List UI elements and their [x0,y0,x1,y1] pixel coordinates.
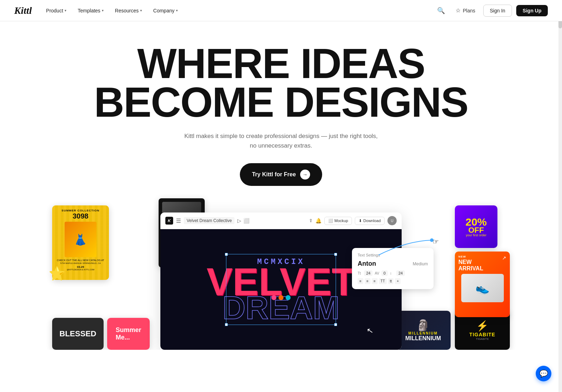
topbar-right: ⇪ 🔔 ⬜ Mockup ⬇ Download U [309,216,397,225]
cta-label: Try Kittl for Free [252,171,296,178]
summer-sale-text: SummerMe... [116,326,141,341]
millennium-image: 🗿 [417,319,430,331]
text-settings-panel: Text Settings Anton Medium Tt 24 AV 0 ↕ … [352,248,434,289]
shoe-image: 👟 [461,274,504,302]
millennium-label: MILLENNIUM [408,331,438,335]
hero-subtitle: Kittl makes it simple to create professi… [182,131,380,150]
align-center-icon[interactable]: ≡ [365,278,370,284]
download-label: Download [363,219,381,223]
download-button[interactable]: ⬇ Download [355,217,385,225]
chevron-down-icon-resources: ▾ [140,9,142,12]
pink-star-decoration: ⭐ [49,266,66,283]
chevron-down-icon-product: ▾ [65,9,66,12]
line-height-value[interactable]: 24 [396,270,405,276]
bell-icon[interactable]: 🔔 [315,218,321,223]
summer-card-content: SUMMER COLLECTION 3098 👗 CHECK OUT THE A… [57,209,104,270]
signup-button[interactable]: Sign Up [516,5,548,16]
plans-label: Plans [463,8,475,13]
velvet-design: MCMXCIX VELVET DREAM [206,258,356,322]
download-icon: ⬇ [359,219,362,223]
svg-point-0 [430,238,434,242]
dot-teal[interactable] [286,295,291,300]
summer-address: 5754 MAPLE AVENUE SPRINGFIELD, CA [57,262,104,264]
align-right-icon[interactable]: ≡ [372,278,378,284]
summer-year: 3098 [57,212,104,220]
dot-orange[interactable] [279,295,283,300]
more-options-icon[interactable]: + [395,278,401,284]
editor-topbar: K ☰ Velvet Dream Collective ▷ ⬜ ⇪ 🔔 ⬜ Mo… [160,212,402,229]
millennium-card: 🗿 MILLENNIUM MILLENNIUM [396,311,451,350]
dot-pink[interactable] [271,295,276,300]
playback-controls: ▷ ⬜ [237,218,249,223]
share-icon[interactable]: ⇪ [309,218,313,223]
chevron-down-icon-company: ▾ [176,9,178,12]
play-icon[interactable]: ▷ [237,218,241,223]
hero-section: WHERE IDEAS BECOME DESIGNS Kittl makes i… [0,21,562,186]
signin-button[interactable]: Sign In [483,5,512,17]
discount-card: 20% OFF your first order [455,205,497,248]
nav-item-company[interactable]: Company ▾ [149,6,182,16]
uppercase-icon[interactable]: TT [379,278,387,284]
discount-sub: your first order [465,234,487,237]
nav-left: Kittl Product ▾ Templates ▾ Resources ▾ … [14,5,182,16]
nav-item-templates[interactable]: Templates ▾ [73,6,108,16]
mockup-button[interactable]: ⬜ Mockup [324,217,352,225]
color-dots [271,295,291,300]
size-label: Tt [358,271,362,275]
hamburger-icon[interactable]: ☰ [176,217,181,224]
velvet-text[interactable]: VELVET [206,265,356,298]
nav-label-company: Company [153,8,175,13]
new-arrival-badge: NEW [458,255,483,258]
text-format-buttons: ≡ ≡ ≡ TT tt + [358,278,428,284]
star-icon: ☆ [456,7,461,14]
frame-icon[interactable]: ⬜ [243,218,249,223]
nav-label-product: Product [46,8,63,13]
font-weight: Medium [413,261,428,266]
plans-button[interactable]: ☆ Plans [452,5,479,16]
logo[interactable]: Kittl [14,5,32,16]
cursor-arrow-icon: ↖ [366,326,374,336]
summer-model-image: 👗 [65,222,97,257]
nav-label-templates: Templates [78,8,100,13]
new-arrival-card: NEW NEWARRIVAL ↗ 👟 [455,252,510,317]
summer-catalog-text: CHECK OUT THE ALL NEW CATALOG AT [57,259,104,262]
font-size-value[interactable]: 24 [364,270,373,276]
new-arrival-content: NEW NEWARRIVAL [458,255,483,272]
line-height-label: ↕ [390,271,394,275]
blessed-tshirt-card: BLESSED [52,318,104,350]
mockup-icon: ⬜ [328,219,333,223]
kittl-logo-small: K [165,217,173,225]
summer-collection-label: SUMMER COLLECTION [57,209,104,212]
editor-canvas: MCMXCIX VELVET DREAM ↖ [160,229,402,350]
text-settings-title: Text Settings [358,253,428,257]
tigabite-image: ⚡ [476,320,489,332]
file-name[interactable]: Velvet Dream Collective [184,217,235,224]
left-floating-cards: SUMMER COLLECTION 3098 👗 CHECK OUT THE A… [52,205,109,280]
discount-text: 20% OFF your first order [465,217,487,237]
user-avatar[interactable]: U [387,216,397,225]
align-left-icon[interactable]: ≡ [358,278,363,284]
summer-sale-card: SummerMe... [107,318,150,350]
nav-item-resources[interactable]: Resources ▾ [111,6,146,16]
selection-handle-tl[interactable] [225,253,228,256]
scrollbar[interactable] [558,0,562,350]
selection-handle-tr[interactable] [334,253,337,256]
topbar-left: K ☰ Velvet Dream Collective ▷ ⬜ [165,217,249,225]
cta-arrow-icon: → [300,170,310,180]
bottom-left-cards: BLESSED SummerMe... [52,318,150,350]
new-arrival-title: NEWARRIVAL [458,259,483,271]
cta-button[interactable]: Try Kittl for Free → [240,163,322,186]
hero-title-line1: WHERE IDEAS [14,44,548,83]
lowercase-icon[interactable]: tt [388,278,394,284]
blessed-text: BLESSED [60,329,97,338]
preview-section: SUMMER COLLECTION 3098 👗 CHECK OUT THE A… [42,205,520,350]
tracking-value[interactable]: 0 [381,270,388,276]
nav-item-product[interactable]: Product ▾ [42,6,71,16]
tigabite-title: TIGABITE [469,332,495,337]
font-name[interactable]: Anton [358,260,376,267]
navbar: Kittl Product ▾ Templates ▾ Resources ▾ … [0,0,562,21]
nav-label-resources: Resources [115,8,139,13]
search-button[interactable]: 🔍 [434,4,448,17]
mockup-label: Mockup [335,219,348,223]
discount-off: OFF [465,227,487,234]
